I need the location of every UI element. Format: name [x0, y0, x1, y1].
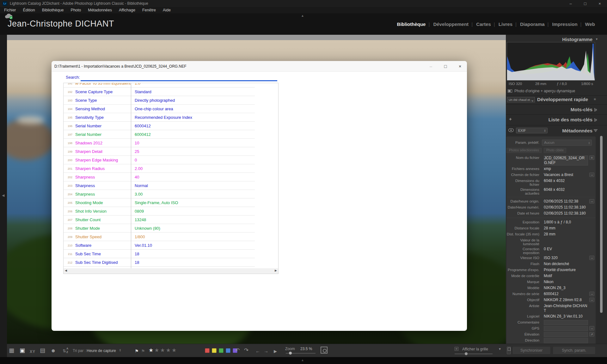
field-action-icon[interactable]: → — [589, 199, 594, 203]
chevron-down-icon[interactable]: ▼ — [498, 347, 501, 351]
star-icon[interactable]: ★ — [154, 347, 160, 353]
metadata-field-value[interactable]: ISO 320 — [544, 256, 558, 260]
color-label-yellow[interactable] — [212, 348, 217, 353]
exif-table-row[interactable]: 208 Shutter Mode Unknown (80) — [64, 224, 255, 233]
field-action-icon[interactable]: → — [589, 326, 594, 331]
metadata-field-value[interactable] — [544, 326, 588, 331]
synchronize-button[interactable]: Synchroniser — [512, 346, 551, 355]
menu-item[interactable]: Bibliothèque — [39, 8, 67, 12]
metadata-field-value[interactable]: 6000412 — [544, 292, 559, 296]
field-action-icon[interactable]: → — [589, 173, 594, 177]
exif-table-row[interactable]: 200 Sharpen Edge Masking 0 — [64, 156, 255, 164]
grid-view-icon[interactable]: ▦ — [9, 347, 14, 354]
histogram[interactable] — [507, 42, 595, 81]
exif-table[interactable]: 191 le Factor To 35 mm Equivalent 1.0 19… — [63, 83, 279, 274]
saved-preset-dropdown[interactable]: Un été chaud et ... ▼ — [507, 97, 535, 102]
exif-table-row[interactable]: 203 Sharpness Normal — [64, 181, 255, 190]
search-input[interactable] — [81, 74, 277, 81]
metadata-field-value[interactable]: 28 mm — [544, 226, 555, 231]
metadata-view-selector[interactable]: EXIF ⇕ — [516, 128, 548, 133]
eye-icon[interactable] — [508, 128, 514, 132]
minimize-button[interactable]: – — [563, 0, 578, 7]
people-view-icon[interactable]: ☻ — [51, 347, 56, 354]
menu-item[interactable]: Affichage — [115, 8, 139, 12]
dialog-titlebar[interactable]: D:\Traitement\1 - Importation\Vacances a… — [52, 61, 467, 72]
metadata-preset-dropdown[interactable]: Aucun ⇕ — [542, 140, 592, 146]
flag-reject-icon[interactable]: ⚑ — [141, 348, 145, 355]
expand-filmstrip-icon[interactable]: ▲ — [301, 358, 304, 362]
exif-table-row[interactable]: 204 Sharpness 3.00 — [64, 190, 255, 198]
loupe-view-icon[interactable]: ▣ — [20, 347, 25, 354]
field-action-icon[interactable]: → — [589, 298, 594, 302]
scroll-left-icon[interactable]: ◀ — [65, 269, 67, 272]
metadata-field-value[interactable]: Motif — [544, 274, 552, 278]
exif-table-row[interactable]: 210 Software Ver.01.10 — [64, 241, 255, 250]
show-grid-checkbox[interactable] — [455, 347, 458, 351]
previous-photo-icon[interactable]: ← — [255, 348, 260, 355]
exif-table-row[interactable]: 205 Shooting Mode Single-Frame, Auto ISO — [64, 198, 255, 207]
field-action-icon[interactable]: ≡ — [589, 155, 594, 160]
play-slideshow-icon[interactable]: ▶ — [274, 348, 277, 355]
keyword-list-panel-header[interactable]: + Liste des mots-clés — [506, 114, 607, 124]
zoom-slider[interactable] — [286, 353, 316, 354]
flag-pick-icon[interactable]: ⚑ — [135, 348, 139, 355]
collapse-top-panel-icon[interactable]: ▲ — [301, 14, 304, 17]
star-rating[interactable]: ★★★★★ — [149, 347, 177, 354]
rotate-cw-icon[interactable]: ↷ — [244, 347, 248, 354]
rotate-ccw-icon[interactable]: ↶ — [235, 347, 240, 354]
menu-item[interactable]: Fenêtre — [139, 8, 159, 12]
color-label-blue[interactable] — [226, 348, 230, 353]
metadata-field-value[interactable]: Jean-Christophe DICHANT — [544, 304, 588, 313]
metadata-field-value[interactable]: Priorité d'ouverture — [544, 268, 576, 272]
exif-table-row[interactable]: 209 Shutter Speed 1/800 — [64, 233, 255, 241]
dialog-minimize-button[interactable]: – — [428, 64, 433, 69]
quick-develop-panel-header[interactable]: Un été chaud et ... ▼ Développement rapi… — [506, 95, 607, 104]
exif-table-row[interactable]: 194 Sensing Method One-chip colour area — [64, 105, 255, 113]
color-label-red[interactable] — [205, 348, 210, 353]
exif-table-row[interactable]: 191 le Factor To 35 mm Equivalent 1.0 — [64, 83, 255, 88]
sort-updown-icon[interactable]: ⇕ — [119, 349, 121, 352]
menu-item[interactable]: Édition — [20, 8, 39, 12]
color-label-green[interactable] — [219, 348, 224, 353]
metadata-field-value[interactable]: JCD_020625_3244_ORG.NEF — [544, 155, 588, 166]
metadata-field-value[interactable]: 1/800 s à ƒ / 8,0 — [544, 220, 571, 225]
close-button[interactable]: × — [592, 0, 607, 7]
metadata-field-value[interactable]: 02/06/2025 11:02:38.180 — [544, 205, 586, 210]
exif-table-row[interactable]: 201 Sharpen Radius 2.00 — [64, 164, 255, 173]
star-icon[interactable]: ★ — [149, 347, 154, 353]
dialog-close-button[interactable]: × — [457, 64, 463, 69]
menu-item[interactable]: Photo — [67, 8, 85, 12]
metadata-field-value[interactable]: 6048 x 4032 — [544, 187, 565, 192]
sync-settings-button[interactable]: Synch. param. — [553, 346, 596, 355]
grid-size-slider-thumb[interactable] — [465, 352, 468, 355]
menu-item[interactable]: Aide — [159, 8, 174, 12]
target-photo-tab[interactable]: Photos sélectionnées — [506, 148, 542, 153]
star-icon[interactable]: ★ — [172, 347, 177, 353]
metadata-field-value[interactable]: 02/06/2025 11:02:38 — [544, 199, 578, 204]
exif-table-row[interactable]: 211 Sub Sec Time 18 — [64, 250, 255, 258]
quick-develop-reset-icon[interactable]: ✳ — [593, 97, 596, 101]
keywords-panel-header[interactable]: Mots-clés — [506, 104, 607, 114]
filter-icon[interactable] — [594, 129, 598, 132]
sort-direction-icon[interactable]: ⇅AZ — [63, 347, 71, 354]
star-icon[interactable]: ★ — [166, 347, 172, 353]
sort-by-dropdown[interactable]: Heure de capture — [87, 349, 116, 353]
metadata-field-value[interactable] — [544, 332, 588, 337]
dialog-maximize-button[interactable]: □ — [443, 64, 448, 69]
module-tab[interactable]: Web — [581, 21, 599, 27]
maximize-button[interactable]: □ — [578, 0, 592, 7]
exif-table-row[interactable]: 206 Shot Info Version 0809 — [64, 207, 255, 215]
exif-table-row[interactable]: 202 Sharpness 40 — [64, 173, 255, 181]
metadata-field-value[interactable]: NIKON Z6_3 Ver.01.10 — [544, 314, 583, 319]
exif-table-row[interactable]: 198 Shadows 2012 10 — [64, 139, 255, 147]
module-tab[interactable]: Bibliothèque — [393, 21, 430, 27]
metadata-field-value[interactable]: Non déclenché — [544, 262, 569, 266]
grid-overlay-icon[interactable] — [321, 347, 328, 354]
menu-item[interactable]: Fichier — [1, 8, 20, 12]
exif-table-row[interactable]: 212 Sub Sec Time Digitised 18 — [64, 258, 255, 267]
next-photo-icon[interactable]: → — [264, 348, 268, 355]
survey-view-icon[interactable]: ▤ — [40, 347, 45, 354]
metadata-field-value[interactable]: 6048 x 4032 — [544, 179, 565, 183]
exif-table-row[interactable]: 199 Sharpen Detail 25 — [64, 147, 255, 156]
metadata-field-value[interactable]: Vacances a Brest — [544, 173, 573, 177]
